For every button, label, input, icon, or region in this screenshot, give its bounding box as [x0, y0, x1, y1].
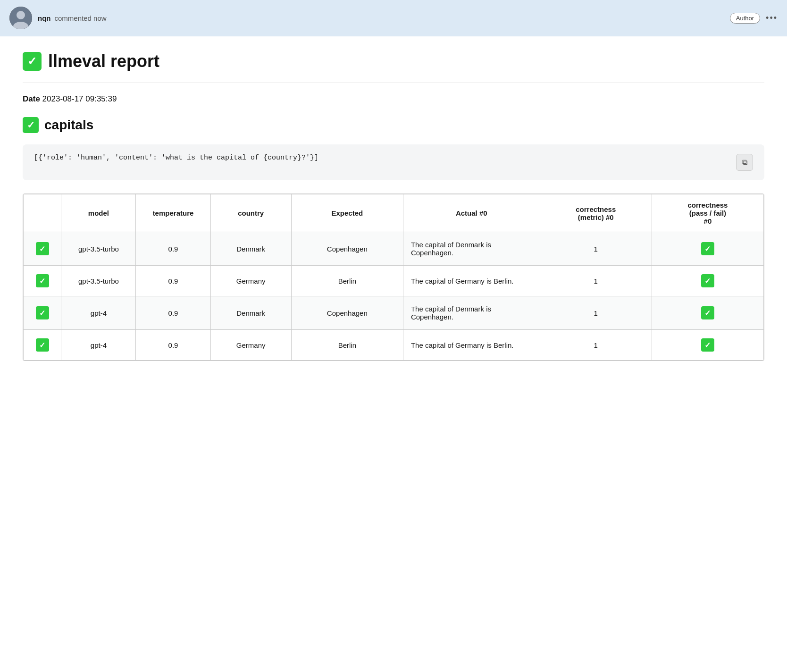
row-correctness-pass — [652, 330, 763, 361]
row-actual: The capital of Germany is Berlin. — [403, 266, 540, 296]
row-temperature: 0.9 — [136, 266, 210, 296]
comment-username: nqn — [38, 14, 51, 22]
content-area: llmeval report Date 2023-08-17 09:35:39 … — [0, 36, 787, 380]
row-model: gpt-3.5-turbo — [61, 266, 136, 296]
row-correctness-metric: 1 — [540, 296, 652, 330]
row-check-icon — [36, 242, 49, 255]
section-title: capitals — [23, 117, 764, 133]
section-heading: capitals — [44, 118, 93, 133]
row-model: gpt-4 — [61, 330, 136, 361]
code-text: [{'role': 'human', 'content': 'what is t… — [34, 154, 318, 162]
report-heading: llmeval report — [48, 51, 159, 71]
table-row: gpt-3.5-turbo0.9DenmarkCopenhagenThe cap… — [24, 232, 764, 266]
report-title: llmeval report — [23, 51, 764, 71]
date-value: 2023-08-17 09:35:39 — [42, 94, 117, 103]
comment-header-right: Author ••• — [730, 13, 778, 24]
row-actual: The capital of Denmark is Copenhagen. — [403, 296, 540, 330]
row-check-cell — [24, 232, 61, 266]
avatar — [9, 7, 32, 29]
row-actual: The capital of Denmark is Copenhagen. — [403, 232, 540, 266]
comment-meta: nqn commented now — [38, 14, 724, 22]
row-temperature: 0.9 — [136, 232, 210, 266]
svg-point-1 — [17, 11, 25, 19]
row-model: gpt-3.5-turbo — [61, 232, 136, 266]
row-expected: Berlin — [291, 330, 403, 361]
date-line: Date 2023-08-17 09:35:39 — [23, 94, 764, 104]
row-check-icon — [36, 306, 49, 319]
row-temperature: 0.9 — [136, 330, 210, 361]
col-header-correctness-metric: correctness(metric) #0 — [540, 194, 652, 232]
comment-header: nqn commented now Author ••• — [0, 0, 787, 36]
table-row: gpt-40.9DenmarkCopenhagenThe capital of … — [24, 296, 764, 330]
row-correctness-metric: 1 — [540, 266, 652, 296]
row-model: gpt-4 — [61, 296, 136, 330]
code-block: [{'role': 'human', 'content': 'what is t… — [23, 144, 764, 180]
title-divider — [23, 83, 764, 83]
copy-button[interactable]: ⧉ — [736, 154, 753, 171]
row-temperature: 0.9 — [136, 296, 210, 330]
row-correctness-pass — [652, 232, 763, 266]
row-pass-icon — [701, 274, 714, 287]
col-header-check — [24, 194, 61, 232]
results-table: model temperature country Expected Actua… — [23, 194, 764, 361]
col-header-expected: Expected — [291, 194, 403, 232]
row-pass-icon — [701, 338, 714, 352]
row-actual: The capital of Germany is Berlin. — [403, 330, 540, 361]
row-country: Germany — [210, 266, 291, 296]
col-header-temperature: temperature — [136, 194, 210, 232]
row-expected: Berlin — [291, 266, 403, 296]
row-correctness-metric: 1 — [540, 232, 652, 266]
row-expected: Copenhagen — [291, 296, 403, 330]
row-correctness-pass — [652, 266, 763, 296]
table-header-row: model temperature country Expected Actua… — [24, 194, 764, 232]
row-check-cell — [24, 296, 61, 330]
page-wrapper: nqn commented now Author ••• llmeval rep… — [0, 0, 787, 380]
table-body: gpt-3.5-turbo0.9DenmarkCopenhagenThe cap… — [24, 232, 764, 361]
col-header-correctness-pass: correctness(pass / fail)#0 — [652, 194, 763, 232]
copy-icon: ⧉ — [742, 158, 747, 167]
row-pass-icon — [701, 306, 714, 319]
author-badge: Author — [730, 13, 760, 24]
col-header-model: model — [61, 194, 136, 232]
row-check-icon — [36, 338, 49, 352]
row-pass-icon — [701, 242, 714, 255]
more-options-icon[interactable]: ••• — [766, 13, 778, 23]
row-country: Denmark — [210, 232, 291, 266]
section-check-icon — [23, 117, 39, 133]
row-country: Denmark — [210, 296, 291, 330]
data-table-wrapper: model temperature country Expected Actua… — [23, 193, 764, 361]
table-row: gpt-3.5-turbo0.9GermanyBerlinThe capital… — [24, 266, 764, 296]
row-check-icon — [36, 274, 49, 287]
row-check-cell — [24, 266, 61, 296]
col-header-country: country — [210, 194, 291, 232]
comment-action: commented now — [55, 14, 107, 22]
table-row: gpt-40.9GermanyBerlinThe capital of Germ… — [24, 330, 764, 361]
row-correctness-metric: 1 — [540, 330, 652, 361]
date-label: Date — [23, 94, 40, 103]
row-check-cell — [24, 330, 61, 361]
col-header-actual: Actual #0 — [403, 194, 540, 232]
report-check-icon — [23, 52, 42, 71]
row-correctness-pass — [652, 296, 763, 330]
row-country: Germany — [210, 330, 291, 361]
row-expected: Copenhagen — [291, 232, 403, 266]
